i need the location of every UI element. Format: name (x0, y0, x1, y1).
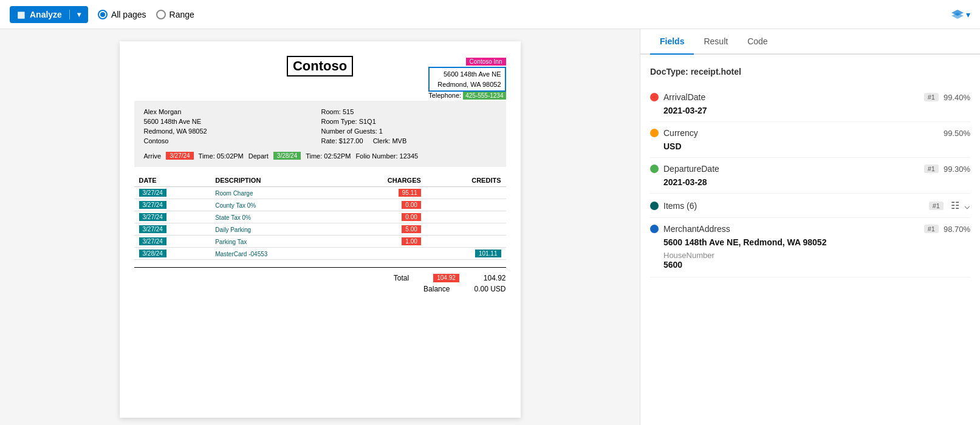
departure-dot (650, 165, 659, 173)
tab-result[interactable]: Result (694, 29, 738, 55)
range-label: Range (170, 10, 194, 19)
sub-field-house-number: HouseNumber 5600 (650, 247, 970, 271)
range-option[interactable]: Range (156, 10, 194, 19)
field-arrival-header: ArrivalDate #1 99.40% (650, 92, 970, 102)
guest-company: Contoso (144, 137, 319, 144)
departure-confidence: 99.30% (944, 165, 970, 174)
total-highlight: 104.92 (433, 274, 459, 282)
hotel-address-line2: Redmond, WA 98052 (433, 80, 501, 90)
fields-tabs: Fields Result Code (640, 29, 980, 55)
doctype-value: receipt.hotel (691, 67, 741, 76)
departure-badge: #1 (924, 165, 939, 173)
analyze-icon: ▦ (17, 10, 25, 19)
balance-label: Balance (423, 285, 450, 293)
depart-time: Time: 02:52PM (306, 152, 351, 160)
row-desc: Room Charge (210, 187, 337, 199)
row-charges: 5.00 (337, 223, 425, 236)
arrival-confidence: 99.40% (944, 93, 970, 102)
row-credits (426, 187, 506, 199)
document-container: Contoso Contoso Inn 5600 148th Ave NE Re… (120, 41, 521, 418)
col-credits: CREDITS (426, 174, 506, 187)
table-row: 3/28/24 MasterCard -04553 101.11 (134, 248, 506, 260)
col-date: DATE (134, 174, 211, 187)
range-radio[interactable] (156, 10, 166, 19)
fields-content: DocType: receipt.hotel ArrivalDate #1 99… (640, 55, 980, 425)
analyze-button[interactable]: ▦ Analyze ▾ (10, 6, 88, 23)
merchant-confidence: 98.70% (944, 225, 970, 234)
field-departure-header: DepartureDate #1 99.30% (650, 164, 970, 174)
merchant-dot (650, 225, 659, 233)
tab-code[interactable]: Code (738, 29, 777, 55)
guest-info-block: Alex Morgan Room: 515 5600 148th Ave NE … (134, 101, 506, 167)
guest-name: Alex Morgan (144, 108, 319, 115)
hotel-name-badge: Contoso Inn (466, 58, 506, 66)
guest-rate: Rate: $127.00 (321, 137, 363, 144)
currency-value: USD (650, 141, 970, 151)
row-date: 3/27/24 (134, 211, 211, 223)
field-departure-date: DepartureDate #1 99.30% 2021-03-28 (650, 158, 970, 194)
row-credits (426, 211, 506, 223)
row-date: 3/28/24 (134, 248, 211, 260)
table-row: 3/27/24 State Tax 0% 0.00 (134, 211, 506, 223)
all-pages-label: All pages (111, 10, 146, 19)
items-chevron-icon[interactable]: ⌵ (964, 200, 970, 211)
telephone-value: 425-555-1234 (463, 92, 505, 100)
field-currency: Currency 99.50% USD (650, 122, 970, 158)
total-row: Total 104.92 104.92 (134, 273, 506, 284)
table-icon: ☷ (951, 200, 959, 211)
row-credits (426, 236, 506, 248)
row-charges: 1.00 (337, 236, 425, 248)
row-charges: 0.00 (337, 199, 425, 211)
row-date: 3/27/24 (134, 187, 211, 199)
guest-address2: Redmond, WA 98052 (144, 127, 319, 135)
fields-panel: Fields Result Code DocType: receipt.hote… (640, 29, 980, 425)
row-date: 3/27/24 (134, 199, 211, 211)
currency-confidence: 99.50% (944, 129, 970, 138)
merchant-badge: #1 (924, 225, 939, 233)
telephone-line: Telephone: 425-555-1234 (428, 92, 505, 99)
table-header-row: DATE DESCRIPTION CHARGES CREDITS (134, 174, 506, 187)
balance-value: 0.00 USD (474, 285, 505, 293)
departure-name: DepartureDate (663, 164, 919, 174)
row-desc: County Tax 0% (210, 199, 337, 211)
layers-chevron-icon: ▾ (966, 10, 970, 19)
balance-row: Balance 0.00 USD (134, 284, 506, 294)
guest-num-guests: Number of Guests: 1 (321, 127, 496, 135)
field-merchant-header: MerchantAddress #1 98.70% (650, 224, 970, 234)
telephone-label: Telephone: (428, 92, 461, 99)
arrival-badge: #1 (924, 93, 939, 101)
departure-value: 2021-03-28 (650, 177, 970, 187)
row-charges (337, 248, 425, 260)
col-charges: CHARGES (337, 174, 425, 187)
analyze-chevron-icon: ▾ (77, 10, 81, 19)
guest-room: Room: 515 (321, 108, 496, 115)
row-desc: Parking Tax (210, 236, 337, 248)
arrival-value: 2021-03-27 (650, 106, 970, 115)
guest-rate-clerk: Rate: $127.00 Clerk: MVB (321, 137, 496, 144)
toolbar: ▦ Analyze ▾ All pages Range ▾ (0, 0, 980, 29)
hotel-address-box: 5600 148th Ave NE Redmond, WA 98052 (428, 67, 505, 92)
row-credits (426, 199, 506, 211)
all-pages-radio[interactable] (98, 10, 108, 19)
merchant-name: MerchantAddress (663, 224, 919, 234)
analyze-label: Analyze (30, 10, 62, 19)
guest-clerk: Clerk: MVB (373, 137, 407, 144)
page-selector: All pages Range (98, 10, 194, 19)
items-badge: #1 (929, 202, 944, 210)
currency-dot (650, 129, 659, 137)
row-date: 3/27/24 (134, 223, 211, 236)
row-desc: MasterCard -04553 (210, 248, 337, 260)
table-row: 3/27/24 Parking Tax 1.00 (134, 236, 506, 248)
arrival-dot (650, 93, 659, 101)
field-currency-header: Currency 99.50% (650, 128, 970, 138)
field-items: Items (6) #1 ☷ ⌵ (650, 194, 970, 218)
doctype-label: DocType: (650, 67, 688, 76)
layers-button[interactable]: ▾ (951, 10, 970, 19)
tab-fields[interactable]: Fields (650, 29, 694, 55)
total-value: 104.92 (484, 274, 506, 282)
total-section: Total 104.92 104.92 Balance 0.00 USD (134, 267, 506, 294)
row-date: 3/27/24 (134, 236, 211, 248)
all-pages-option[interactable]: All pages (98, 10, 146, 19)
col-description: DESCRIPTION (210, 174, 337, 187)
arrive-row: Arrive 3/27/24 Time: 05:02PM Depart 3/28… (144, 152, 496, 160)
